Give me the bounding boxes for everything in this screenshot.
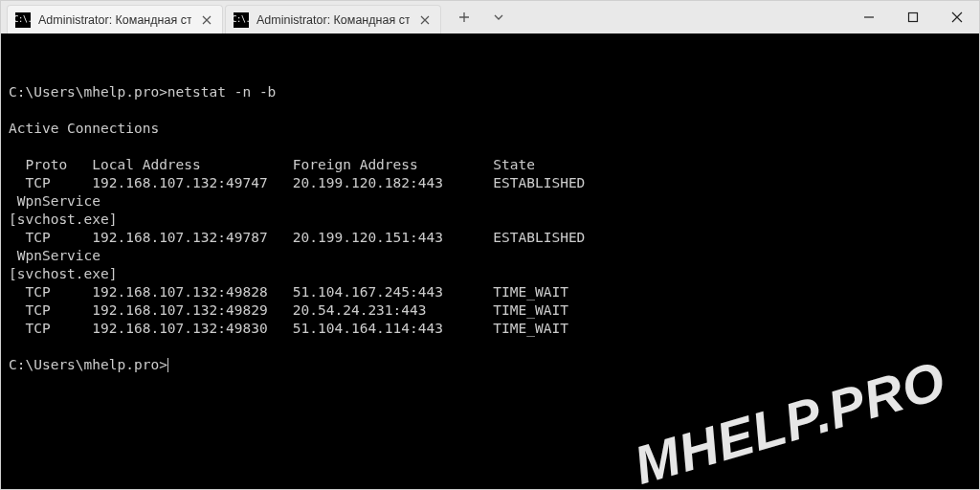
terminal-line: TCP 192.168.107.132:49830 51.104.164.114… [9,320,971,338]
close-tab-button[interactable] [417,12,433,28]
tab-title: Administrator: Командная стро [38,13,191,27]
svg-rect-0 [909,13,918,22]
window-root: C:\. Administrator: Командная стро C:\. … [0,0,980,490]
tab-title: Administrator: Командная стро [256,13,410,27]
terminal-line [9,338,971,356]
terminal-line: WpnService [9,247,971,265]
terminal-prompt: C:\Users\mhelp.pro> [9,356,971,374]
cmd-icon: C:\. [234,12,249,28]
terminal-line: WpnService [9,192,971,211]
terminal-line: TCP 192.168.107.132:49787 20.199.120.151… [9,229,971,247]
maximize-button[interactable] [891,1,935,33]
terminal-line: TCP 192.168.107.132:49747 20.199.120.182… [9,174,971,192]
minimize-button[interactable] [847,1,891,33]
titlebar: C:\. Administrator: Командная стро C:\. … [1,1,979,33]
titlebar-spacer [512,1,847,33]
cursor [167,358,168,372]
tab-2[interactable]: C:\. Administrator: Командная стро [225,5,441,33]
terminal-line [9,138,971,156]
window-controls [847,1,979,33]
tab-strip: C:\. Administrator: Командная стро C:\. … [1,1,441,33]
terminal-output: C:\Users\mhelp.pro>netstat -n -b Active … [9,83,971,374]
terminal-line: [svchost.exe] [9,265,971,283]
terminal-line: [svchost.exe] [9,211,971,229]
watermark-text: MHELP.PRO [634,369,947,476]
terminal-area[interactable]: C:\Users\mhelp.pro>netstat -n -b Active … [1,33,979,489]
new-tab-button[interactable] [451,4,478,31]
tab-actions [441,1,512,33]
terminal-line [9,101,971,120]
terminal-line: Active Connections [9,120,971,138]
tab-dropdown-button[interactable] [485,4,512,31]
cmd-icon: C:\. [15,12,31,28]
tab-1[interactable]: C:\. Administrator: Командная стро [7,5,223,33]
terminal-line: Proto Local Address Foreign Address Stat… [9,156,971,174]
terminal-line: TCP 192.168.107.132:49829 20.54.24.231:4… [9,301,971,320]
terminal-line: C:\Users\mhelp.pro>netstat -n -b [9,83,971,101]
terminal-line: TCP 192.168.107.132:49828 51.104.167.245… [9,283,971,301]
close-window-button[interactable] [935,1,979,33]
close-tab-button[interactable] [199,12,214,28]
